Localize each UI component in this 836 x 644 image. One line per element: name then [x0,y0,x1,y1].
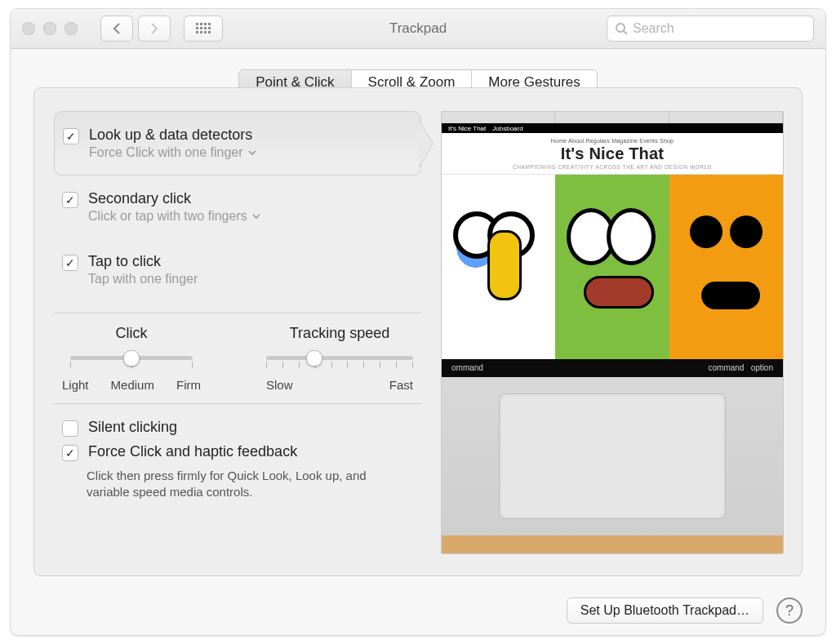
chevron-down-icon [248,149,256,156]
option-lookup[interactable]: Look up & data detectors Force Click wit… [54,111,421,175]
svg-rect-1 [200,23,202,25]
checkbox-force-click[interactable] [62,445,78,461]
svg-rect-3 [208,23,211,25]
slider-tracking-max: Fast [389,378,413,392]
chevron-right-icon [149,23,159,34]
svg-rect-11 [208,31,211,33]
back-button[interactable] [100,16,133,42]
preview-column: It's Nice ThatJobsboard Home About Regul… [441,111,782,553]
content-panel: Look up & data detectors Force Click wit… [33,87,803,576]
search-placeholder: Search [633,21,674,36]
preview-desk [442,535,783,553]
preview-browser: It's Nice ThatJobsboard Home About Regul… [442,112,783,359]
slider-click-mid: Medium [111,378,154,392]
gesture-preview: It's Nice ThatJobsboard Home About Regul… [441,111,784,554]
checkbox-secondary-click[interactable] [62,192,78,208]
preview-site-menu: Home About Regulars Magazine Events Shop [551,138,674,144]
option-lookup-title: Look up & data detectors [89,127,256,144]
slider-click-min: Light [62,378,89,392]
svg-point-12 [616,24,625,32]
slider-tracking-label: Tracking speed [290,325,389,342]
bottom-bar: Set Up Bluetooth Trackpad… ? [11,586,825,635]
traffic-minimize-icon[interactable] [43,22,56,35]
traffic-close-icon[interactable] [22,22,35,35]
option-tap-sub: Tap with one finger [88,272,198,286]
forward-button[interactable] [138,16,171,42]
slider-click-max: Firm [176,378,201,392]
option-tap-to-click[interactable]: Tap to click Tap with one finger [54,238,421,301]
slider-tracking: Tracking speed Slow Fast [266,325,413,392]
option-secondary-title: Secondary click [88,190,260,207]
help-button[interactable]: ? [776,597,803,624]
window-controls [22,22,78,35]
search-input[interactable]: Search [607,16,814,42]
divider [54,403,421,404]
option-force-click[interactable]: Force Click and haptic feedback [62,443,413,461]
divider [54,313,421,313]
preferences-window: Trackpad Search Point & Click Scroll & Z… [10,8,826,636]
svg-rect-6 [204,27,207,29]
slider-tracking-track[interactable] [266,349,413,371]
grid-icon [196,23,211,34]
option-silent-label: Silent clicking [88,419,177,436]
svg-rect-2 [204,23,207,25]
search-icon [616,23,628,35]
slider-click-label: Click [116,325,148,342]
bottom-options: Silent clicking Force Click and haptic f… [54,415,421,504]
svg-rect-0 [196,23,198,25]
option-secondary-sub-dropdown[interactable]: Click or tap with two fingers [88,209,260,224]
svg-rect-9 [200,31,202,33]
preview-site-logo: It's Nice That [561,144,664,163]
slider-click-track[interactable] [70,349,193,371]
svg-rect-4 [196,27,198,29]
preview-site-sub: CHAMPIONING CREATIVITY ACROSS THE ART AN… [513,164,712,170]
option-force-label: Force Click and haptic feedback [88,443,297,460]
option-lookup-sub-dropdown[interactable]: Force Click with one finger [89,145,256,160]
sliders-row: Click Light Medium Firm Tr [54,325,421,392]
svg-rect-5 [200,27,202,29]
preview-artwork [442,175,783,359]
slider-tracking-min: Slow [266,378,293,392]
chevron-down-icon [252,213,260,220]
traffic-zoom-icon[interactable] [64,22,78,35]
show-all-button[interactable] [184,16,223,42]
checkbox-lookup[interactable] [63,128,79,144]
option-tap-title: Tap to click [88,253,198,270]
checkbox-tap-to-click[interactable] [62,255,78,271]
option-silent-clicking[interactable]: Silent clicking [62,419,413,437]
svg-rect-7 [208,27,211,29]
titlebar: Trackpad Search [11,9,825,49]
preview-trackpad [442,377,783,535]
slider-click: Click Light Medium Firm [62,325,201,392]
preview-keyboard-bar: ommand command option [442,359,783,377]
options-column: Look up & data detectors Force Click wit… [54,111,421,553]
svg-rect-10 [204,31,207,33]
option-secondary-click[interactable]: Secondary click Click or tap with two fi… [54,175,421,238]
setup-bluetooth-trackpad-button[interactable]: Set Up Bluetooth Trackpad… [567,597,763,624]
checkbox-silent-clicking[interactable] [62,420,78,437]
option-force-desc: Click then press firmly for Quick Look, … [87,468,397,501]
toolbar-nav [100,16,223,42]
chevron-left-icon [112,23,122,34]
svg-rect-8 [196,31,198,33]
